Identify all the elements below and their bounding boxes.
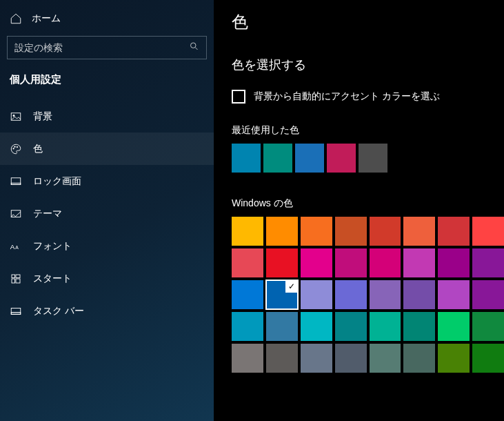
color-swatch[interactable] [335, 280, 367, 309]
nav-item-font[interactable]: AAフォント [0, 230, 214, 262]
color-swatch[interactable] [232, 312, 263, 341]
color-swatch[interactable] [370, 248, 401, 277]
category-heading: 個人用設定 [0, 73, 214, 96]
font-icon: AA [10, 240, 22, 253]
color-swatch[interactable] [472, 312, 504, 341]
windows-colors-label: Windows の色 [232, 197, 504, 210]
svg-rect-17 [11, 312, 21, 314]
theme-icon [10, 208, 22, 220]
nav-item-label: フォント [33, 240, 72, 253]
color-swatch[interactable] [301, 312, 332, 341]
home-button[interactable]: ホーム [0, 12, 214, 36]
color-swatch[interactable] [438, 280, 470, 309]
color-grid-row [232, 312, 504, 341]
svg-point-3 [13, 115, 14, 116]
palette-icon [10, 143, 22, 155]
recent-color-swatch[interactable] [359, 144, 387, 173]
color-grid-row [232, 217, 504, 246]
svg-rect-15 [16, 279, 20, 283]
recent-color-swatch[interactable] [295, 144, 324, 173]
color-swatch[interactable] [472, 217, 504, 246]
home-icon [10, 12, 22, 25]
nav-item-label: タスク バー [33, 305, 84, 317]
color-swatch[interactable] [266, 312, 298, 341]
color-swatch[interactable] [472, 248, 504, 277]
lock-screen-icon [10, 175, 22, 188]
color-swatch[interactable] [472, 280, 504, 309]
recent-colors-label: 最近使用した色 [232, 124, 504, 137]
color-grid-row: ✓ [232, 280, 504, 309]
home-label: ホーム [32, 12, 61, 25]
windows-colors-grid: ✓ [232, 217, 504, 373]
color-grid-row [232, 248, 504, 277]
color-swatch[interactable] [403, 217, 435, 246]
nav-item-label: テーマ [33, 208, 62, 220]
color-swatch[interactable] [301, 280, 332, 309]
recent-color-swatch[interactable] [232, 144, 261, 173]
color-swatch[interactable] [403, 344, 435, 373]
color-swatch[interactable] [370, 217, 401, 246]
color-swatch[interactable] [438, 217, 470, 246]
svg-rect-8 [11, 183, 21, 184]
nav-item-label: スタート [33, 273, 72, 285]
color-swatch[interactable] [370, 280, 401, 309]
svg-point-5 [14, 146, 16, 147]
nav-item-taskbar[interactable]: タスク バー [0, 295, 214, 327]
nav-item-palette[interactable]: 色 [0, 133, 214, 165]
start-icon [10, 273, 22, 285]
auto-accent-label: 背景から自動的にアクセント カラーを選ぶ [254, 90, 440, 103]
nav-item-label: 背景 [33, 110, 52, 123]
taskbar-icon [10, 305, 22, 317]
color-swatch[interactable] [335, 344, 367, 373]
color-swatch[interactable] [403, 280, 435, 309]
selected-check-icon: ✓ [285, 280, 298, 293]
svg-text:A: A [10, 242, 15, 250]
color-swatch[interactable] [438, 312, 470, 341]
svg-point-0 [191, 43, 196, 48]
color-swatch[interactable] [232, 217, 263, 246]
color-swatch[interactable] [301, 248, 332, 277]
color-swatch[interactable]: ✓ [266, 280, 298, 309]
color-swatch[interactable] [301, 217, 332, 246]
color-grid-row [232, 344, 504, 373]
nav-item-start[interactable]: スタート [0, 262, 214, 295]
section-title: 色を選択する [232, 57, 504, 73]
page-title: 色 [232, 11, 504, 33]
color-swatch[interactable] [438, 344, 470, 373]
color-swatch[interactable] [403, 248, 435, 277]
search-input[interactable] [8, 37, 206, 59]
color-swatch[interactable] [335, 248, 367, 277]
search-box[interactable] [7, 36, 207, 59]
nav-item-picture[interactable]: 背景 [0, 100, 214, 133]
color-swatch[interactable] [335, 312, 367, 341]
search-icon [189, 41, 199, 55]
color-swatch[interactable] [370, 344, 401, 373]
recent-color-swatch[interactable] [263, 144, 292, 173]
nav-item-lock-screen[interactable]: ロック画面 [0, 165, 214, 197]
color-swatch[interactable] [232, 248, 263, 277]
svg-point-4 [13, 148, 14, 149]
color-swatch[interactable] [472, 344, 504, 373]
svg-rect-13 [16, 275, 20, 278]
color-swatch[interactable] [438, 248, 470, 277]
color-swatch[interactable] [266, 217, 298, 246]
color-swatch[interactable] [403, 312, 435, 341]
nav-item-theme[interactable]: テーマ [0, 197, 214, 230]
color-swatch[interactable] [301, 344, 332, 373]
color-swatch[interactable] [370, 312, 401, 341]
recent-color-swatch[interactable] [327, 144, 356, 173]
svg-rect-12 [12, 275, 15, 278]
nav-item-label: ロック画面 [33, 175, 81, 188]
picture-icon [10, 110, 22, 123]
color-swatch[interactable] [266, 344, 298, 373]
main-pane: 色 色を選択する 背景から自動的にアクセント カラーを選ぶ 最近使用した色 Wi… [214, 0, 504, 421]
nav-list: 背景色ロック画面テーマAAフォントスタートタスク バー [0, 96, 214, 327]
color-swatch[interactable] [232, 344, 263, 373]
auto-accent-checkbox[interactable]: 背景から自動的にアクセント カラーを選ぶ [232, 90, 504, 104]
svg-point-6 [17, 146, 18, 148]
color-swatch[interactable] [335, 217, 367, 246]
windows-colors-block: Windows の色 ✓ [232, 197, 504, 373]
color-swatch[interactable] [232, 280, 263, 309]
color-swatch[interactable] [266, 248, 298, 277]
svg-line-1 [195, 48, 197, 50]
